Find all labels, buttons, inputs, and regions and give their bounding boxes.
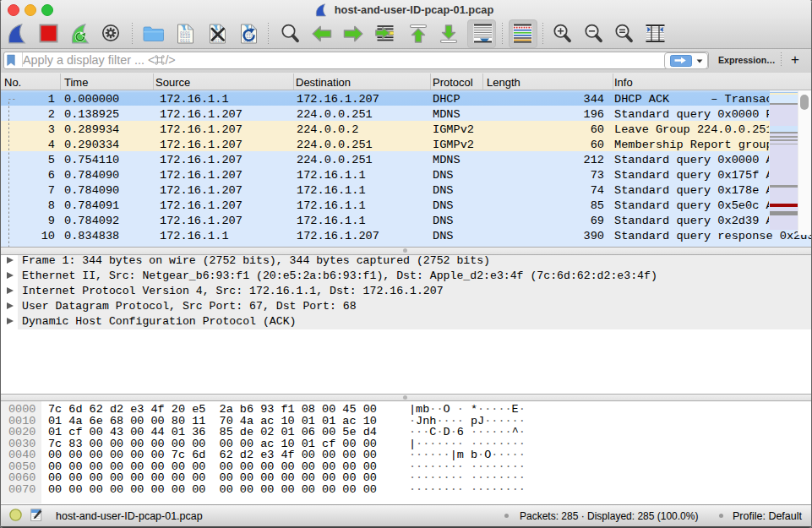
svg-text:0111: 0111 xyxy=(180,39,190,44)
